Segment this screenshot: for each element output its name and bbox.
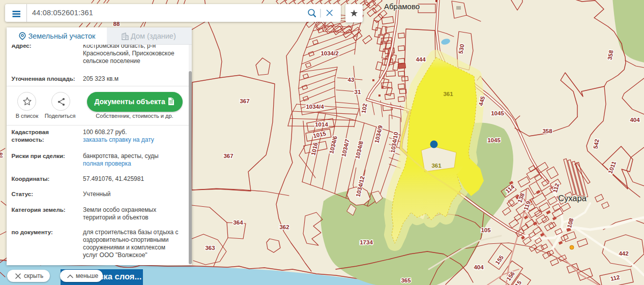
svg-text:1045: 1045 xyxy=(491,110,504,116)
svg-text:367: 367 xyxy=(240,98,249,104)
svg-text:Сухара: Сухара xyxy=(558,194,587,203)
svg-text:1045: 1045 xyxy=(487,137,501,143)
svg-text:Абрамово: Абрамово xyxy=(384,2,420,11)
svg-text:404: 404 xyxy=(474,264,484,270)
svg-text:365: 365 xyxy=(401,277,411,283)
svg-text:363: 363 xyxy=(205,245,215,251)
svg-text:105: 105 xyxy=(481,227,491,233)
svg-text:361: 361 xyxy=(431,163,442,169)
svg-text:367: 367 xyxy=(223,153,233,159)
svg-text:362: 362 xyxy=(279,224,289,230)
svg-text:358: 358 xyxy=(542,128,552,134)
svg-text:44:08:052601:361: 44:08:052601:361 xyxy=(32,9,93,17)
svg-text:1034/2: 1034/2 xyxy=(320,50,338,56)
svg-text:404: 404 xyxy=(630,117,640,123)
svg-text:43: 43 xyxy=(348,77,355,83)
svg-text:364: 364 xyxy=(233,219,243,226)
svg-text:444: 444 xyxy=(416,56,426,62)
svg-text:1014: 1014 xyxy=(315,121,328,128)
svg-text:361: 361 xyxy=(443,91,453,97)
svg-text:442: 442 xyxy=(619,250,628,257)
svg-text:31: 31 xyxy=(355,89,361,95)
svg-text:1034/4: 1034/4 xyxy=(306,104,324,110)
svg-text:1734: 1734 xyxy=(360,239,373,245)
